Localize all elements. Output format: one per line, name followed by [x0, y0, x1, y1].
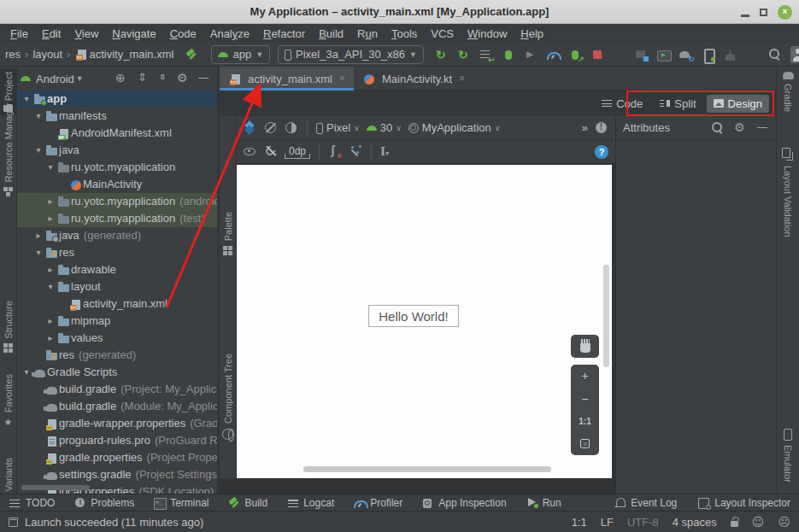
- menu-item[interactable]: Tools: [385, 27, 424, 40]
- device-explorer-icon[interactable]: [702, 48, 715, 61]
- view-options-icon[interactable]: [244, 148, 256, 155]
- no-design-icon[interactable]: [264, 121, 278, 135]
- search-everywhere-icon[interactable]: [768, 48, 782, 61]
- minimize-button[interactable]: [741, 15, 749, 17]
- breadcrumb-segment[interactable]: res: [5, 48, 32, 61]
- event-log-tab[interactable]: Event Log: [614, 496, 677, 510]
- issue-panel-icon[interactable]: [595, 121, 608, 135]
- menu-item[interactable]: Build: [312, 27, 350, 40]
- tree-chevron-icon[interactable]: ▾: [21, 91, 32, 108]
- close-tab-icon[interactable]: ×: [339, 73, 345, 85]
- tree-row[interactable]: ▸ mipmap: [17, 313, 217, 330]
- theme-select[interactable]: MyApplication ∨: [408, 121, 501, 134]
- tree-row[interactable]: ▾ app: [17, 91, 217, 108]
- tree-chevron-icon[interactable]: ▾: [32, 244, 44, 261]
- tree-horizontal-scrollbar[interactable]: [21, 485, 90, 490]
- search-icon[interactable]: [711, 121, 725, 135]
- breadcrumb-file[interactable]: activity_main.xml: [89, 48, 173, 61]
- zoom-ratio-button[interactable]: 1:1: [571, 410, 599, 433]
- sad-face-icon[interactable]: ☹: [778, 516, 790, 528]
- lock-icon[interactable]: [731, 521, 738, 527]
- tree-row[interactable]: AndroidManifest.xml: [17, 125, 217, 142]
- device-manager-icon[interactable]: [635, 48, 649, 61]
- tree-row[interactable]: ▾ manifests: [17, 108, 217, 125]
- tree-chevron-icon[interactable]: ▸: [44, 261, 56, 278]
- editor-tab[interactable]: MainActivity.kt ×: [354, 67, 473, 91]
- settings-icon[interactable]: [176, 72, 190, 85]
- apply-code-changes-icon[interactable]: [568, 48, 582, 61]
- editor-tab[interactable]: activity_main.xml ×: [220, 67, 354, 91]
- canvas-horizontal-scrollbar[interactable]: [303, 466, 551, 472]
- tree-chevron-icon[interactable]: ▾: [21, 364, 32, 381]
- app-inspection-tab[interactable]: App Inspection: [421, 496, 506, 510]
- gear-icon[interactable]: [733, 121, 747, 135]
- tree-row[interactable]: gradle-wrapper.properties (Gradle Versio…: [17, 415, 217, 432]
- menu-item[interactable]: Refactor: [256, 27, 312, 40]
- guideline-icon[interactable]: I▾: [380, 145, 389, 159]
- tree-row[interactable]: ▾ Gradle Scripts: [17, 364, 217, 381]
- tool-window-button[interactable]: Gradle: [777, 72, 799, 112]
- device-in-editor-select[interactable]: Pixel ∨: [316, 121, 360, 134]
- tree-row[interactable]: ▾ ru.yotc.myapplication: [17, 159, 217, 176]
- tree-row[interactable]: res (generated): [17, 347, 217, 364]
- tree-row[interactable]: gradle.properties (Project Properties): [17, 449, 217, 466]
- hide-panel-icon[interactable]: [197, 72, 210, 85]
- palette-button[interactable]: Palette: [220, 212, 236, 255]
- status-widget[interactable]: LF: [601, 516, 614, 529]
- logcat-tab[interactable]: Logcat: [286, 496, 334, 510]
- menu-item[interactable]: VCS: [424, 27, 461, 40]
- separator[interactable]: [746, 48, 760, 61]
- profile-avatar[interactable]: [790, 46, 799, 63]
- autoconnect-off-icon[interactable]: [264, 144, 276, 156]
- tree-row[interactable]: ▾ layout: [17, 278, 217, 295]
- tree-row[interactable]: ▾ res: [17, 244, 217, 261]
- tree-row[interactable]: ▸ java (generated): [17, 227, 217, 244]
- menu-item[interactable]: Edit: [35, 27, 68, 40]
- textview-widget[interactable]: Hello World!: [368, 305, 459, 327]
- sdk-manager-icon[interactable]: [724, 48, 737, 61]
- tree-row[interactable]: ▾ java: [17, 142, 217, 159]
- infer-constraints-icon[interactable]: [349, 145, 362, 159]
- tree-chevron-icon[interactable]: ▾: [32, 142, 44, 159]
- status-widget[interactable]: 1:1: [572, 516, 587, 529]
- tree-chevron-icon[interactable]: ▸: [44, 330, 56, 347]
- tool-window-button[interactable]: Emulator: [777, 429, 799, 482]
- default-margin-select[interactable]: 0dp: [285, 145, 310, 159]
- menu-item[interactable]: View: [68, 27, 105, 40]
- gradle-sync-icon[interactable]: [679, 48, 693, 61]
- clear-constraints-icon[interactable]: [328, 145, 342, 159]
- todo-tab[interactable]: TODO: [9, 496, 55, 510]
- tool-window-button[interactable]: Layout Validation: [777, 148, 799, 237]
- menu-item[interactable]: Help: [514, 27, 550, 40]
- project-view-select[interactable]: Android: [36, 73, 74, 85]
- tree-row[interactable]: ▸ ru.yotc.myapplication (androidTest): [17, 193, 217, 210]
- tree-row[interactable]: build.gradle (Project: My_Application): [17, 381, 217, 398]
- run-restart-icon[interactable]: [457, 48, 471, 61]
- run-config-select[interactable]: app ▼: [211, 45, 270, 64]
- toolbar-overflow[interactable]: »: [582, 121, 588, 134]
- breadcrumb-segment[interactable]: layout: [32, 48, 74, 61]
- layout-inspector-tab[interactable]: Layout Inspector: [697, 496, 790, 510]
- tool-window-button[interactable]: Structure: [0, 301, 16, 353]
- build-tab[interactable]: Build: [228, 496, 268, 510]
- help-icon[interactable]: [595, 145, 608, 159]
- menu-item[interactable]: Code: [163, 27, 203, 40]
- collapse-all-icon[interactable]: [156, 72, 169, 85]
- tree-row[interactable]: activity_main.xml: [17, 295, 217, 313]
- tree-chevron-icon[interactable]: ▾: [32, 108, 44, 125]
- close-tab-icon[interactable]: ×: [459, 73, 465, 85]
- hide-panel-icon[interactable]: [755, 121, 769, 135]
- design-surface-icon[interactable]: [244, 121, 257, 135]
- tree-chevron-icon[interactable]: ▸: [32, 227, 44, 244]
- menu-item[interactable]: File: [3, 27, 35, 40]
- menu-item[interactable]: Window: [461, 27, 514, 40]
- menu-item[interactable]: Analyze: [203, 27, 256, 40]
- tree-row[interactable]: ▸ values: [17, 330, 217, 347]
- attach-debugger-icon[interactable]: [524, 48, 538, 61]
- tool-window-button[interactable]: Favorites: [0, 374, 16, 428]
- rerun-icon[interactable]: [435, 48, 449, 61]
- tree-row[interactable]: ▸ ru.yotc.myapplication (test): [17, 210, 217, 227]
- expand-all-icon[interactable]: [135, 72, 149, 85]
- tree-row[interactable]: MainActivity: [17, 176, 217, 193]
- stop-icon[interactable]: [590, 48, 604, 61]
